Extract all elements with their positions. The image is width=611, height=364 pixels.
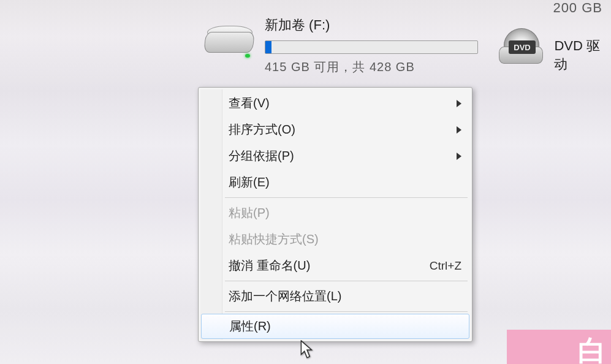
menu-group[interactable]: 分组依据(P) (200, 143, 470, 169)
submenu-arrow-icon (457, 126, 461, 134)
menu-separator (225, 281, 468, 281)
drives-pane: 卷 (E:) GB 可用，共 200 GB 新加卷 (F:) 415 GB 可用… (0, 0, 611, 86)
menu-undo-shortcut: Ctrl+Z (430, 259, 461, 273)
submenu-arrow-icon (457, 153, 461, 160)
menu-refresh-label: 刷新(E) (229, 174, 270, 191)
drive-e-info: GB 可用，共 200 GB (0, 33, 1, 50)
dvd-badge: DVD (509, 40, 536, 54)
hard-disk-icon (202, 18, 256, 66)
menu-paste: 粘贴(P) (200, 200, 470, 226)
menu-sort-label: 排序方式(O) (229, 121, 295, 138)
menu-group-label: 分组依据(P) (229, 148, 294, 164)
menu-paste-shortcut-label: 粘贴快捷方式(S) (229, 231, 319, 248)
drive-dvd-label: DVD 驱动 (554, 37, 611, 74)
menu-paste-shortcut: 粘贴快捷方式(S) (200, 226, 470, 252)
drive-e[interactable]: 卷 (E:) GB 可用，共 200 GB (0, 10, 1, 50)
drive-e-label: 卷 (E:) (0, 10, 1, 28)
menu-sort[interactable]: 排序方式(O) (200, 116, 470, 143)
menu-properties[interactable]: 属性(R) (201, 314, 469, 339)
menu-separator (225, 197, 468, 198)
drive-f-info: 415 GB 可用，共 428 GB (265, 59, 478, 75)
drive-f-capacity-bar (265, 40, 478, 54)
menu-undo-rename[interactable]: 撤消 重命名(U) Ctrl+Z (200, 252, 470, 279)
menu-paste-label: 粘贴(P) (229, 205, 270, 221)
menu-refresh[interactable]: 刷新(E) (200, 169, 470, 195)
drive-dvd[interactable]: DVD DVD 驱动 (495, 26, 611, 74)
mouse-cursor-icon (300, 340, 314, 360)
watermark: 白 (507, 330, 611, 364)
drive-f[interactable]: 新加卷 (F:) 415 GB 可用，共 428 GB (202, 18, 478, 75)
menu-view-label: 查看(V) (229, 95, 270, 112)
submenu-arrow-icon (457, 100, 461, 107)
drive-f-label: 新加卷 (F:) (265, 16, 478, 34)
dvd-drive-icon: DVD (495, 26, 547, 74)
menu-properties-label: 属性(R) (229, 318, 271, 335)
menu-add-network-location-label: 添加一个网络位置(L) (229, 288, 341, 305)
menu-add-network-location[interactable]: 添加一个网络位置(L) (200, 283, 470, 309)
menu-view[interactable]: 查看(V) (200, 90, 470, 116)
menu-undo-rename-label: 撤消 重命名(U) (229, 257, 310, 274)
menu-separator (225, 311, 468, 312)
context-menu: 查看(V) 排序方式(O) 分组依据(P) 刷新(E) 粘贴(P) 粘贴快捷方式… (198, 87, 472, 342)
